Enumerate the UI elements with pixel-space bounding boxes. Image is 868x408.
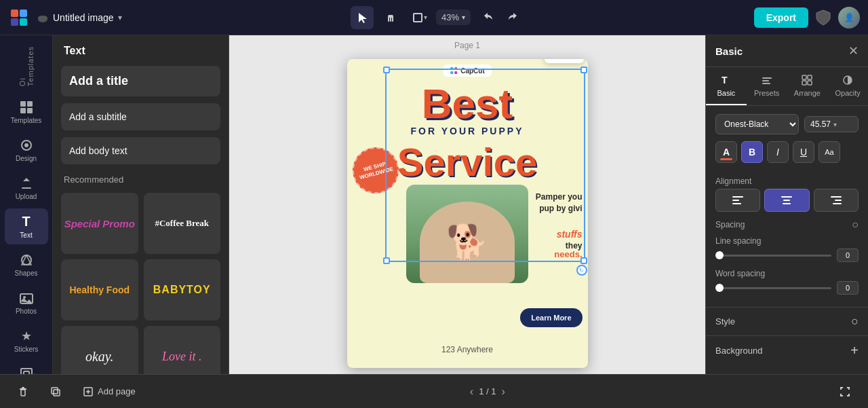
- recommended-label: Recommended: [53, 168, 229, 189]
- more-options-button[interactable]: ···: [565, 59, 578, 60]
- hand-tool-button[interactable]: [379, 6, 402, 29]
- text-panel-title: Text: [53, 35, 229, 62]
- duplicate-element-button[interactable]: [43, 382, 68, 401]
- text-style-loveit[interactable]: Love it .: [144, 326, 221, 374]
- format-case-button[interactable]: Aa: [818, 141, 840, 163]
- photos-icon: [19, 291, 34, 305]
- svg-rect-46: [783, 203, 791, 204]
- text-style-coffee-break[interactable]: #Coffee Break: [144, 193, 221, 254]
- handle-top-left[interactable]: [383, 67, 390, 73]
- redo-button[interactable]: [502, 6, 525, 29]
- font-size-control[interactable]: 45.57 ▾: [804, 116, 859, 132]
- svg-rect-38: [802, 81, 806, 85]
- tab-arrange[interactable]: Arrange: [787, 67, 828, 105]
- sidebar-item-stickers[interactable]: ★ Stickers: [5, 323, 48, 358]
- redo-icon: [507, 12, 519, 24]
- add-body-button[interactable]: Add body text: [61, 137, 220, 164]
- text-icon: T: [22, 214, 30, 229]
- text-style-special-promo[interactable]: Special Promo: [61, 193, 138, 254]
- canvas-content[interactable]: CapCut ↻ ···: [347, 59, 588, 368]
- add-title-button[interactable]: Add a title: [61, 66, 220, 96]
- canvas-service[interactable]: Service: [397, 139, 537, 185]
- close-panel-button[interactable]: ✕: [848, 43, 859, 58]
- prev-page-button[interactable]: ‹: [470, 386, 473, 398]
- select-tool-button[interactable]: [351, 6, 374, 29]
- line-spacing-value: 0: [837, 248, 859, 262]
- export-button[interactable]: Export: [754, 7, 808, 28]
- frame-tool-button[interactable]: ▾: [408, 6, 431, 29]
- format-underline-button[interactable]: U: [793, 141, 814, 163]
- background-add-button[interactable]: +: [850, 343, 859, 358]
- text-style-babytoy[interactable]: BABYTOY: [144, 259, 221, 320]
- handle-bottom-left[interactable]: [383, 257, 390, 264]
- format-bold-button[interactable]: B: [741, 141, 763, 163]
- delete-element-button[interactable]: [11, 382, 35, 401]
- text-style-okay[interactable]: okay.: [61, 326, 138, 374]
- style-title: Style: [715, 316, 735, 327]
- shield-icon: [814, 8, 833, 27]
- style-expand-button[interactable]: ○: [851, 314, 859, 329]
- trash-icon: [18, 386, 28, 397]
- svg-rect-50: [21, 390, 25, 396]
- spacing-expand-button[interactable]: ○: [852, 219, 859, 231]
- sidebar-item-frames[interactable]: Frames: [5, 361, 48, 374]
- format-italic-button[interactable]: I: [767, 141, 789, 163]
- canvas-for-puppy[interactable]: FOR YOUR PUPPY: [411, 126, 524, 136]
- sidebar-item-upload[interactable]: Upload: [5, 170, 48, 206]
- sidebar-item-shapes[interactable]: Shapes: [5, 247, 48, 282]
- style-section: Style ○: [706, 307, 868, 335]
- capcut-watermark: CapCut: [443, 64, 492, 77]
- svg-rect-42: [732, 200, 739, 201]
- sidebar-icons: Oi Templates Templates Design Upload T: [0, 35, 53, 374]
- sidebar-item-photos[interactable]: Photos: [5, 285, 48, 320]
- sidebar-label-text: Text: [20, 231, 32, 239]
- doc-dropdown-arrow[interactable]: ▾: [118, 13, 122, 22]
- next-page-button[interactable]: ›: [502, 386, 505, 398]
- canvas-area: Page 1 CapCut: [229, 35, 705, 374]
- add-page-label: Add page: [98, 386, 136, 396]
- canvas-badge[interactable]: WE SHIP WORLDWIDE: [347, 142, 403, 198]
- page-indicator: 1 / 1: [479, 386, 496, 396]
- tab-basic[interactable]: T Basic: [706, 67, 747, 105]
- undo-icon: [481, 12, 494, 24]
- app-logo[interactable]: [8, 7, 30, 29]
- align-left-button[interactable]: [715, 189, 760, 212]
- tab-presets[interactable]: Presets: [747, 67, 787, 105]
- oi-templates-label: Oi Templates: [18, 41, 35, 92]
- doc-title-area[interactable]: Untitled image ▾: [37, 12, 122, 24]
- sidebar-item-design[interactable]: Design: [5, 132, 48, 168]
- topbar-center: ▾ 43% ▾: [130, 6, 746, 29]
- align-right-icon: [831, 196, 842, 205]
- sidebar-item-text[interactable]: T Text: [5, 208, 48, 244]
- zoom-control[interactable]: 43% ▾: [436, 10, 471, 25]
- background-label: Background: [715, 346, 762, 356]
- learn-more-button[interactable]: Learn More: [520, 308, 582, 327]
- svg-rect-43: [732, 203, 741, 204]
- word-spacing-slider[interactable]: [715, 287, 831, 289]
- undo-button[interactable]: [476, 6, 499, 29]
- tab-opacity[interactable]: Opacity: [827, 67, 868, 105]
- format-color-button[interactable]: A: [715, 141, 737, 163]
- expand-canvas-button[interactable]: [833, 382, 857, 401]
- line-spacing-slider[interactable]: [715, 255, 831, 257]
- add-page-button[interactable]: Add page: [76, 382, 142, 401]
- frame-icon: [412, 12, 424, 24]
- text-style-healthy-food[interactable]: Healthy Food: [61, 259, 138, 320]
- tab-arrange-label: Arrange: [794, 89, 821, 97]
- text-styles-grid: Special Promo #Coffee Break Healthy Food…: [53, 189, 229, 374]
- font-family-select[interactable]: Onest-Black: [715, 114, 799, 134]
- svg-rect-48: [835, 200, 842, 201]
- canvas-headline-best[interactable]: Best: [347, 79, 588, 128]
- topbar: Untitled image ▾ ▾ 43% ▾: [0, 0, 868, 35]
- svg-point-20: [22, 255, 31, 265]
- canvas-wrapper[interactable]: CapCut ↻ ···: [347, 53, 588, 374]
- align-right-button[interactable]: [814, 189, 859, 212]
- rotate-handle[interactable]: ↻: [576, 265, 587, 276]
- add-subtitle-button[interactable]: Add a subtitle: [61, 103, 220, 130]
- user-avatar[interactable]: 👤: [838, 7, 860, 29]
- underline-icon: U: [800, 147, 807, 157]
- sidebar-item-templates[interactable]: Templates: [5, 94, 48, 130]
- align-center-button[interactable]: [764, 189, 809, 212]
- handle-top-right[interactable]: [580, 67, 587, 73]
- word-spacing-value: 0: [837, 281, 859, 295]
